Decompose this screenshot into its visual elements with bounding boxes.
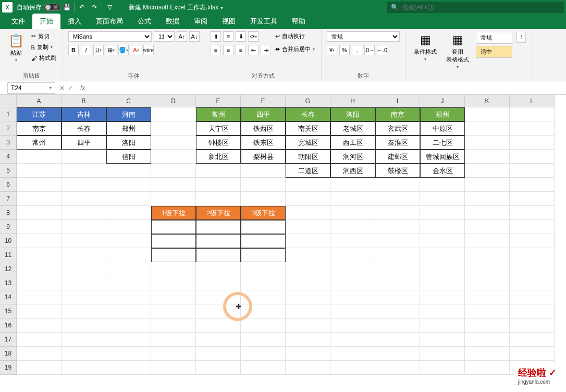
border-button[interactable]: ⊞▾: [106, 45, 116, 55]
cell[interactable]: [420, 276, 465, 290]
cell[interactable]: 玄武区: [375, 121, 420, 136]
cell[interactable]: [286, 192, 330, 206]
cell[interactable]: [420, 248, 465, 262]
name-box[interactable]: T24 ▾: [7, 82, 55, 94]
cell[interactable]: 郑州: [106, 121, 151, 136]
cell[interactable]: [510, 262, 555, 276]
cell[interactable]: [61, 318, 106, 333]
cell[interactable]: [375, 304, 420, 318]
cell[interactable]: [286, 206, 330, 220]
col-header-E[interactable]: E: [196, 95, 241, 107]
undo-icon[interactable]: ↶: [76, 1, 88, 14]
cell[interactable]: [510, 234, 555, 248]
cell[interactable]: [510, 290, 555, 304]
decrease-font-button[interactable]: A↓: [189, 31, 200, 42]
font-size-select[interactable]: 11: [154, 31, 175, 42]
cell[interactable]: [465, 290, 510, 304]
cell[interactable]: 钟楼区: [196, 136, 241, 150]
font-name-select[interactable]: MiSans: [68, 31, 152, 42]
cell[interactable]: [375, 361, 420, 375]
row-header-9[interactable]: 9: [0, 220, 17, 234]
formula-input[interactable]: [88, 82, 566, 93]
cell[interactable]: 四平: [241, 107, 286, 121]
cell[interactable]: [420, 192, 465, 206]
cell[interactable]: [106, 262, 151, 276]
cell[interactable]: [61, 361, 106, 375]
cell[interactable]: [151, 150, 196, 164]
cell[interactable]: [61, 164, 106, 178]
cell[interactable]: [196, 304, 241, 318]
tab-formulas[interactable]: 公式: [130, 14, 158, 29]
cell[interactable]: [17, 276, 61, 290]
cell[interactable]: 金水区: [420, 164, 465, 178]
cell[interactable]: 洛阳: [330, 107, 375, 121]
tab-dev[interactable]: 开发工具: [243, 14, 285, 29]
align-bottom-button[interactable]: ⬇: [236, 31, 246, 42]
cell[interactable]: [286, 234, 330, 248]
col-header-F[interactable]: F: [241, 95, 286, 107]
row-header-8[interactable]: 8: [0, 206, 17, 220]
row-header-3[interactable]: 3: [0, 136, 17, 150]
cell[interactable]: [375, 248, 420, 262]
cell[interactable]: [151, 276, 196, 290]
cell[interactable]: [465, 318, 510, 333]
cell[interactable]: [151, 262, 196, 276]
cell[interactable]: [420, 333, 465, 347]
cell[interactable]: [196, 234, 241, 248]
cell[interactable]: [510, 164, 555, 178]
cell[interactable]: [61, 276, 106, 290]
cell[interactable]: [420, 262, 465, 276]
cell[interactable]: [17, 164, 61, 178]
cell[interactable]: [330, 333, 375, 347]
cell[interactable]: [465, 178, 510, 192]
cell[interactable]: [241, 304, 286, 318]
cell[interactable]: 信阳: [106, 150, 151, 164]
cell[interactable]: [106, 318, 151, 333]
cell[interactable]: [286, 361, 330, 375]
cell[interactable]: [196, 262, 241, 276]
indent-inc-button[interactable]: ⇥: [261, 45, 271, 55]
cell[interactable]: 郑州: [420, 107, 465, 121]
confirm-icon[interactable]: ✓: [68, 84, 73, 92]
cell[interactable]: [17, 318, 61, 333]
cell[interactable]: [465, 304, 510, 318]
cell[interactable]: [151, 136, 196, 150]
cell[interactable]: [510, 150, 555, 164]
row-header-11[interactable]: 11: [0, 248, 17, 262]
cell[interactable]: [286, 248, 330, 262]
cell[interactable]: [465, 262, 510, 276]
row-header-15[interactable]: 15: [0, 304, 17, 318]
italic-button[interactable]: I: [81, 45, 91, 55]
cell[interactable]: [17, 234, 61, 248]
cell[interactable]: [330, 262, 375, 276]
cell[interactable]: [106, 178, 151, 192]
cell[interactable]: 南京: [375, 107, 420, 121]
cell[interactable]: [241, 361, 286, 375]
cell[interactable]: [510, 206, 555, 220]
col-header-C[interactable]: C: [106, 95, 151, 107]
cell-style-ok[interactable]: 适中: [476, 46, 512, 58]
tab-review[interactable]: 审阅: [187, 14, 215, 29]
cell[interactable]: 南京: [17, 121, 61, 136]
cell-style-normal[interactable]: 常规: [476, 32, 512, 44]
indent-dec-button[interactable]: ⇤: [248, 45, 259, 55]
cell[interactable]: [465, 220, 510, 234]
cell[interactable]: 西工区: [330, 136, 375, 150]
redo-icon[interactable]: ↷: [88, 1, 101, 14]
cell[interactable]: [61, 290, 106, 304]
cell[interactable]: [241, 234, 286, 248]
cell[interactable]: [151, 290, 196, 304]
cell[interactable]: [17, 361, 61, 375]
cell[interactable]: [286, 304, 330, 318]
cell[interactable]: [375, 318, 420, 333]
cell[interactable]: [510, 192, 555, 206]
cell[interactable]: [286, 276, 330, 290]
cell[interactable]: [196, 192, 241, 206]
cell[interactable]: 南关区: [286, 121, 330, 136]
cell[interactable]: 宽城区: [286, 136, 330, 150]
cell[interactable]: [61, 178, 106, 192]
cell[interactable]: [510, 347, 555, 361]
cell[interactable]: [17, 220, 61, 234]
cell[interactable]: [375, 262, 420, 276]
cell[interactable]: [465, 150, 510, 164]
